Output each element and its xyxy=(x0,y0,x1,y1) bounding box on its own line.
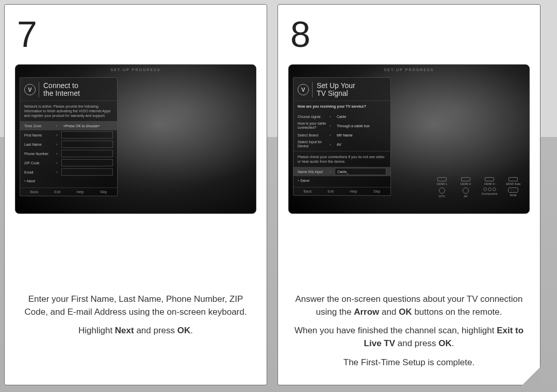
phone-field[interactable] xyxy=(61,150,113,157)
check-message: Please check your connections if you do … xyxy=(293,151,390,167)
instructions-right: Answer the on-screen questions about you… xyxy=(293,293,525,375)
instruction-paragraph: Highlight Next and press OK. xyxy=(20,325,251,337)
panel-title: Set Up Your TV Signal xyxy=(312,82,355,97)
last-name-field[interactable] xyxy=(61,141,113,148)
port-hdmi1: HDMI 1 xyxy=(431,177,453,185)
panel-question: How are you receiving your TV service? xyxy=(293,101,390,112)
component-icon xyxy=(483,188,496,191)
chevron-right-icon: › xyxy=(330,169,335,174)
hdmi-icon xyxy=(485,177,494,181)
chevron-right-icon: › xyxy=(56,142,61,147)
chevron-right-icon: › xyxy=(330,114,335,119)
vizio-logo-icon: V xyxy=(298,84,309,95)
chevron-right-icon: › xyxy=(330,124,335,128)
step-card-7: 7 SET-UP PROGRESS V Connect to the Inter… xyxy=(4,4,267,385)
vizio-logo-icon: V xyxy=(24,84,36,95)
tv-ports: HDMI 1 HDMI 2 HDMI 3 HDMI Side DTV AV Co… xyxy=(431,177,524,198)
panel-footer: Back Exit Help Skip xyxy=(20,188,117,194)
row-email[interactable]: Email › xyxy=(20,167,117,177)
zip-field[interactable] xyxy=(61,159,113,166)
row-phone[interactable]: Phone Number › xyxy=(20,149,117,158)
port-av: AV xyxy=(455,188,477,198)
row-first-name[interactable]: First Name › xyxy=(20,130,117,140)
next-row[interactable]: › Next xyxy=(20,177,117,185)
step-card-8: 8 SET-UP PROGRESS V Set Up Your TV Signa… xyxy=(277,4,540,385)
rca-icon xyxy=(463,188,469,194)
port-dtv: DTV xyxy=(431,188,453,198)
tv-screenshot-right: SET-UP PROGRESS V Set Up Your TV Signal … xyxy=(288,64,530,214)
instruction-paragraph: Enter your First Name, Last Name, Phone … xyxy=(20,293,251,318)
save-row[interactable]: › Save xyxy=(293,176,390,185)
chevron-right-icon: › xyxy=(56,151,61,156)
chevron-right-icon: › xyxy=(56,170,61,175)
instructions-left: Enter your First Name, Last Name, Phone … xyxy=(20,293,251,344)
row-last-name[interactable]: Last Name › xyxy=(20,140,117,149)
menu-panel-connect: V Connect to the Internet Network is act… xyxy=(20,77,118,196)
vga-icon xyxy=(508,188,518,193)
row-zip[interactable]: ZIP Code › xyxy=(20,158,117,167)
chevron-right-icon: › xyxy=(56,133,61,138)
help-button[interactable]: Help xyxy=(76,190,84,194)
hdmi-icon xyxy=(509,177,518,181)
panel-footer: Back Exit Help Skip xyxy=(293,187,390,193)
exit-button[interactable]: Exit xyxy=(54,190,60,194)
hdmi-icon xyxy=(437,177,447,181)
port-hdmi2: HDMI 2 xyxy=(455,177,477,185)
port-hdmi3: HDMI 3 xyxy=(479,177,500,185)
back-button[interactable]: Back xyxy=(30,190,39,194)
panel-header: V Set Up Your TV Signal xyxy=(293,78,390,101)
step-number: 7 xyxy=(5,5,267,55)
row-choose-signal[interactable]: Choose signal › Cable xyxy=(293,112,390,121)
instruction-paragraph: When you have finished the channel scan,… xyxy=(293,325,525,350)
tv-header: SET-UP PROGRESS xyxy=(15,65,256,73)
menu-panel-signal: V Set Up Your TV Signal How are you rece… xyxy=(293,77,391,196)
row-cable-connected[interactable]: How is your cable connected? › Through a… xyxy=(293,121,390,130)
port-hdmi-side: HDMI Side xyxy=(502,177,524,185)
coax-icon xyxy=(439,188,445,194)
row-select-brand[interactable]: Select Brand › Mfr Name xyxy=(293,130,390,140)
tv-screenshot-left: SET-UP PROGRESS V Connect to the Interne… xyxy=(15,64,256,214)
chevron-right-icon: › xyxy=(330,133,335,138)
email-field[interactable] xyxy=(61,168,113,176)
panel-title: Connect to the Internet xyxy=(39,82,80,97)
port-component: Component xyxy=(479,188,500,198)
step-number: 8 xyxy=(278,5,540,55)
row-select-input[interactable]: Select Input for Device › AV xyxy=(293,140,390,149)
name-input-field[interactable]: Cable_ xyxy=(335,168,386,175)
row-name-input[interactable]: Name this input › Cable_ xyxy=(293,167,390,176)
back-button[interactable]: Back xyxy=(304,190,312,193)
tv-header: SET-UP PROGRESS xyxy=(289,65,529,73)
skip-button[interactable]: Skip xyxy=(373,190,381,193)
chevron-right-icon: › xyxy=(56,124,61,128)
first-name-field[interactable] xyxy=(61,131,113,139)
panel-header: V Connect to the Internet xyxy=(20,78,117,101)
port-rgb: RGB xyxy=(502,188,524,198)
instruction-paragraph: The First-Time Setup is complete. xyxy=(293,356,525,369)
hdmi-icon xyxy=(461,177,470,181)
row-time-zone[interactable]: Time Zone › «Press OK to choose» xyxy=(20,121,117,130)
chevron-right-icon: › xyxy=(330,142,335,147)
help-button[interactable]: Help xyxy=(350,190,357,193)
chevron-right-icon: › xyxy=(56,161,61,165)
skip-button[interactable]: Skip xyxy=(100,190,107,194)
panel-description: Network is active. Please provide the fo… xyxy=(20,101,117,121)
instruction-paragraph: Answer the on-screen questions about you… xyxy=(293,293,525,318)
cut-corner xyxy=(522,367,540,385)
exit-button[interactable]: Exit xyxy=(327,190,334,193)
